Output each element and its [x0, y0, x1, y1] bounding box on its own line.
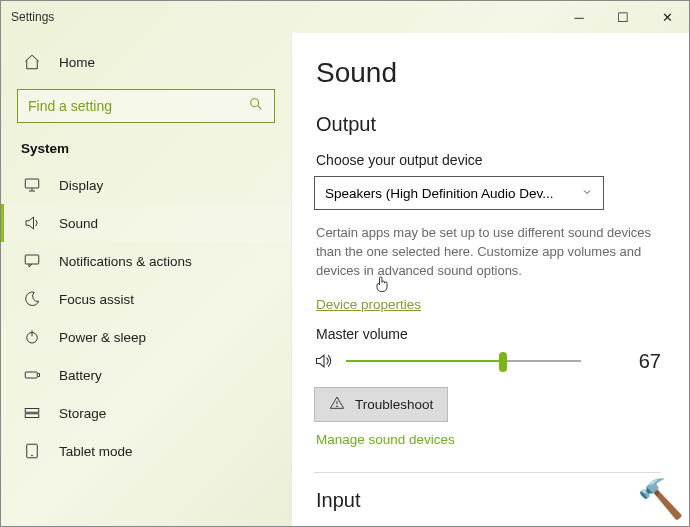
storage-icon: [23, 404, 41, 422]
manage-sound-devices-link[interactable]: Manage sound devices: [316, 432, 455, 447]
sidebar-item-tablet-mode[interactable]: Tablet mode: [1, 432, 291, 470]
sidebar-home-label: Home: [59, 55, 95, 70]
sidebar-home[interactable]: Home: [1, 43, 291, 81]
device-properties-link[interactable]: Device properties: [316, 297, 421, 312]
input-heading: Input: [316, 489, 661, 512]
sidebar-item-focus-assist[interactable]: Focus assist: [1, 280, 291, 318]
search-field[interactable]: [28, 98, 248, 114]
svg-rect-5: [25, 409, 39, 413]
sidebar-section-header: System: [1, 135, 291, 166]
sidebar-item-battery[interactable]: Battery: [1, 356, 291, 394]
volume-value: 67: [639, 350, 661, 373]
master-volume-label: Master volume: [316, 326, 661, 342]
volume-icon[interactable]: [314, 351, 334, 371]
titlebar: Settings ─ ☐ ✕: [1, 1, 689, 33]
sidebar-item-sound[interactable]: Sound: [1, 204, 291, 242]
troubleshoot-label: Troubleshoot: [355, 397, 433, 412]
settings-window: Settings ─ ☐ ✕ Home: [0, 0, 690, 527]
output-choose-label: Choose your output device: [316, 152, 661, 168]
window-title: Settings: [11, 10, 557, 24]
svg-point-9: [337, 405, 338, 406]
sidebar-item-display[interactable]: Display: [1, 166, 291, 204]
volume-slider[interactable]: [346, 360, 581, 362]
sidebar-item-notifications[interactable]: Notifications & actions: [1, 242, 291, 280]
svg-rect-6: [25, 414, 39, 418]
master-volume-row: 67: [314, 350, 661, 373]
output-description: Certain apps may be set up to use differ…: [316, 224, 659, 281]
minimize-button[interactable]: ─: [557, 1, 601, 33]
speaker-icon: [23, 214, 41, 232]
troubleshoot-button[interactable]: Troubleshoot: [314, 387, 448, 422]
output-heading: Output: [316, 113, 661, 136]
sidebar-item-storage[interactable]: Storage: [1, 394, 291, 432]
sidebar: Home System Display: [1, 33, 291, 526]
search-icon: [248, 96, 264, 116]
dropdown-value: Speakers (High Definition Audio Dev...: [325, 186, 554, 201]
window-controls: ─ ☐ ✕: [557, 1, 689, 33]
sidebar-item-label: Notifications & actions: [59, 254, 192, 269]
maximize-button[interactable]: ☐: [601, 1, 645, 33]
battery-icon: [23, 366, 41, 384]
close-button[interactable]: ✕: [645, 1, 689, 33]
svg-point-0: [251, 99, 259, 107]
section-divider: [314, 472, 661, 473]
sidebar-item-label: Tablet mode: [59, 444, 133, 459]
svg-rect-4: [25, 372, 37, 378]
tablet-icon: [23, 442, 41, 460]
sidebar-item-label: Storage: [59, 406, 106, 421]
search-input[interactable]: [17, 89, 275, 123]
power-icon: [23, 328, 41, 346]
sidebar-item-label: Focus assist: [59, 292, 134, 307]
main-panel: Sound Output Choose your output device S…: [291, 33, 689, 526]
sidebar-item-label: Battery: [59, 368, 102, 383]
sidebar-item-label: Display: [59, 178, 103, 193]
warning-icon: [329, 395, 345, 414]
home-icon: [23, 53, 41, 71]
svg-point-8: [32, 455, 33, 456]
output-device-dropdown[interactable]: Speakers (High Definition Audio Dev...: [314, 176, 604, 210]
sidebar-item-power-sleep[interactable]: Power & sleep: [1, 318, 291, 356]
svg-rect-1: [25, 179, 39, 188]
sidebar-item-label: Sound: [59, 216, 98, 231]
monitor-icon: [23, 176, 41, 194]
moon-icon: [23, 290, 41, 308]
page-title: Sound: [316, 57, 661, 89]
chevron-down-icon: [581, 186, 593, 201]
svg-rect-2: [25, 255, 39, 264]
sidebar-item-label: Power & sleep: [59, 330, 146, 345]
chat-icon: [23, 252, 41, 270]
